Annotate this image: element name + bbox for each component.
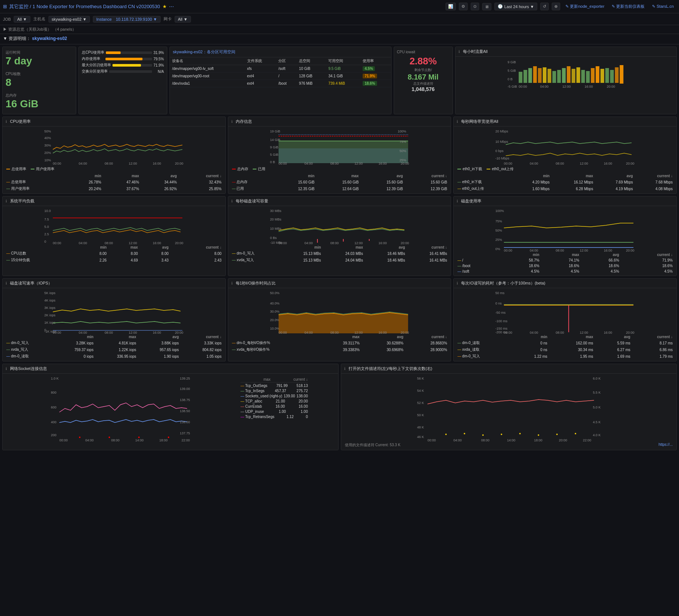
drw-avg-0: 18.46 MBs: [365, 250, 407, 257]
io-ratio-stats: max avg current ↓ — dm-0_每秒I/O操作% 39.311…: [230, 334, 450, 353]
net-min-col: min: [512, 173, 552, 179]
net-avg-0: 7.69 Mbps: [595, 179, 635, 185]
svg-text:12:00: 12:00: [562, 85, 571, 88]
resource-name: skywalking-es02: [32, 36, 67, 41]
table-row: — xvda_写入 15.13 MBs 24.04 MBs 18.46 MBs …: [230, 257, 450, 263]
svg-text:14:00: 14:00: [507, 438, 515, 442]
load-min-col: min: [78, 245, 109, 250]
svg-text:08:00: 08:00: [330, 241, 339, 245]
svg-text:30 MBs: 30 MBs: [270, 209, 281, 213]
fs-col-avail: 可用空间: [326, 57, 360, 65]
starsl-link[interactable]: ✎ StarsL.cn: [650, 3, 676, 10]
tv-icon-btn[interactable]: ⊙: [471, 3, 479, 10]
io-latency-stats: min max avg current ↓ — dm-0_读取 0 ns 162…: [455, 334, 675, 360]
swap-pct: N/A: [154, 70, 164, 74]
svg-text:20:00: 20:00: [606, 85, 615, 88]
svg-point-175: [482, 434, 484, 436]
svg-text:10 MBs: 10 MBs: [270, 227, 281, 230]
iol-max-1: 30.34 ms: [549, 346, 595, 353]
panel-count: （4 panels）: [53, 27, 77, 32]
svg-text:04:00: 04:00: [453, 438, 462, 442]
mem-stat-min-0: 15.60 GiB: [273, 179, 317, 185]
breadcrumb-nav[interactable]: 其它监控 / 1 Node Exporter for Prometheus Da…: [9, 3, 160, 10]
svg-text:00:00: 00:00: [504, 249, 512, 252]
file-desc-title: ℹ 打开的文件描述符(左)/每秒上下文切换次数(右): [341, 364, 677, 374]
settings-icon-btn[interactable]: ⚙: [459, 3, 468, 10]
ior-name: [230, 334, 318, 340]
io-latency-body: 50 ms 0 ns -50 ms -100 ms -150 ms -200 m…: [454, 288, 676, 361]
svg-point-174: [464, 433, 465, 434]
update-dashboard-link[interactable]: ✎ 更新当前仪表板: [609, 3, 647, 10]
svg-text:22:00: 22:00: [583, 438, 591, 442]
cpu-chart-label: CPU使用率: [10, 119, 31, 124]
instance-label: Instance: [96, 17, 112, 21]
ior-current-1: 28.9000%: [406, 346, 449, 353]
svg-text:-50 ms: -50 ms: [495, 311, 506, 314]
io-ratio-icon: ℹ: [231, 281, 233, 285]
svg-point-177: [519, 433, 521, 434]
share-icon[interactable]: ⋯: [169, 4, 174, 9]
svg-text:800: 800: [51, 391, 56, 394]
file-desc-panel: ℹ 打开的文件描述符(左)/每秒上下文切换次数(右) 56 K 54 K 52 …: [341, 364, 677, 450]
disk-rw-label: 每秒磁盘读写容量: [236, 198, 268, 204]
svg-text:20:00: 20:00: [626, 331, 635, 334]
job-selector[interactable]: All ▼: [14, 16, 30, 23]
table-row: — 已用 12.35 GiB 12.64 GiB 12.39 GiB 12.39…: [230, 185, 450, 192]
ior-avg: avg: [362, 334, 406, 340]
svg-text:50%: 50%: [399, 149, 406, 153]
instance-selector[interactable]: Instance 10.118.72.139:9100 ▼: [93, 16, 160, 23]
svg-text:200: 200: [51, 433, 56, 437]
svg-text:12:00: 12:00: [580, 331, 588, 334]
ior-current: current ↓: [406, 334, 449, 340]
cpu-total-track: [106, 51, 152, 54]
mem-stat-min-1: 12.35 GiB: [273, 185, 317, 192]
svg-text:100%: 100%: [397, 129, 406, 133]
total-mem-label: 总内存: [237, 166, 248, 172]
iowait-value: 2.88%: [410, 55, 437, 67]
svg-text:-100 ms: -100 ms: [495, 319, 508, 323]
svg-text:600: 600: [51, 405, 56, 409]
time-range-picker[interactable]: 🕐 Last 24 hours ▼: [494, 3, 538, 10]
svg-text:00:00: 00:00: [278, 162, 287, 165]
socket-retrans: — Tcp_RetransSegs 1.120: [241, 415, 308, 419]
memory-chart-label: 内存信息: [236, 119, 252, 124]
table-row: /dev/mapper/vg00-root ext4 / 128 GiB 34.…: [170, 73, 391, 80]
iops-stat-1: — xvda_写入: [4, 346, 53, 353]
hourly-traffic-title: ℹ 每小时流量All: [456, 47, 677, 57]
socket-icon: ℹ: [6, 367, 7, 371]
file-desc-current: 使用的文件描述符 Current: 53.3 K: [345, 442, 401, 448]
iops-stats-table: min max avg current ↓ — dm-0_写入 3.28K io…: [4, 334, 224, 360]
iops-min-2: 0 iops: [53, 353, 95, 360]
table-row: — xvda_写入 759.37 iops 1.22K iops 957.65 …: [4, 346, 224, 353]
iol-name: [455, 334, 512, 340]
svg-text:9 GiB: 9 GiB: [270, 145, 278, 149]
monitor-icon-btn[interactable]: 🖥: [482, 3, 491, 10]
iops-stat-2: — dm-0_读取: [4, 353, 53, 360]
svg-text:08:00: 08:00: [105, 331, 113, 334]
svg-text:20.0%: 20.0%: [270, 318, 279, 322]
breadcrumb-text[interactable]: ▶ 资源总览（关联Job项）: [3, 27, 51, 32]
svg-text:40.0%: 40.0%: [270, 302, 279, 305]
svg-text:400: 400: [51, 420, 56, 424]
table-row: — dm-0_写入 15.13 MBs 24.03 MBs 18.46 MBs …: [230, 250, 450, 257]
svg-text:08:00: 08:00: [105, 162, 113, 165]
nic-selector[interactable]: All ▼: [175, 16, 191, 23]
io-ratio-panel: ℹ 每1秒I/O操作时间占比 50.0% 40.0% 30.0% 20.0% 1…: [228, 278, 451, 361]
io-ratio-body: 50.0% 40.0% 30.0% 20.0% 10.0% 00:00 04:0…: [228, 288, 451, 354]
svg-text:20:00: 20:00: [400, 162, 409, 165]
du-min-2: 4.5%: [502, 269, 542, 274]
eth0-out-legend: eth0_out上传: [487, 166, 514, 172]
hostname-selector[interactable]: skywalking-es02 ▼: [48, 16, 90, 23]
disk-usage-body: 100% 75% 50% 25% 0% 00:00 04:00 08:00 12…: [454, 206, 676, 276]
star-icon[interactable]: ★: [162, 4, 167, 9]
zoom-icon-btn[interactable]: ⊕: [552, 3, 560, 10]
net-avg-col: avg: [595, 173, 635, 179]
update-node-link[interactable]: ✎ 更新node_exporter: [563, 3, 606, 10]
refresh-icon-btn[interactable]: ↺: [540, 3, 549, 10]
load-max-col: max: [109, 245, 140, 250]
socket-body: 1.0 K 800 600 400 200 00:00 04: [3, 374, 338, 443]
chart-icon-btn[interactable]: 📊: [446, 3, 456, 10]
table-row: — 总使用率 26.78% 47.46% 34.44% 32.43%: [4, 179, 224, 185]
iops-max-2: 336.95 iops: [96, 353, 138, 360]
socket-used: — Sockets_used (right-y) 139.00138.00: [241, 394, 308, 398]
